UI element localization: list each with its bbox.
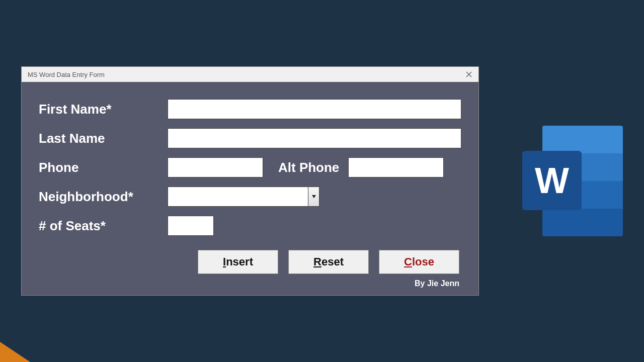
seats-input[interactable] (168, 216, 214, 236)
row-phone: Phone Alt Phone (39, 157, 461, 177)
last-name-label: Last Name (39, 131, 168, 146)
phone-input[interactable] (168, 157, 263, 177)
alt-phone-input[interactable] (348, 157, 444, 177)
insert-button[interactable]: Insert (198, 250, 278, 274)
row-seats: # of Seats* (39, 216, 461, 236)
form-body: First Name* Last Name Phone Alt Phone Ne… (22, 82, 478, 295)
first-name-input[interactable] (168, 99, 461, 119)
last-name-input[interactable] (168, 128, 461, 148)
alt-phone-label: Alt Phone (278, 160, 339, 175)
credit-text: By Jie Jenn (39, 279, 461, 288)
seats-label: # of Seats* (39, 218, 168, 234)
dialog-titlebar: MS Word Data Entry Form (22, 67, 478, 82)
neighborhood-label: Neighborhood* (39, 189, 168, 205)
row-last-name: Last Name (39, 128, 461, 148)
corner-accent (0, 342, 30, 362)
dialog-title: MS Word Data Entry Form (28, 71, 105, 78)
neighborhood-combo[interactable] (168, 187, 319, 207)
row-neighborhood: Neighborhood* (39, 187, 461, 207)
ms-word-logo: W (522, 126, 623, 236)
svg-marker-2 (312, 195, 316, 198)
row-first-name: First Name* (39, 99, 461, 119)
reset-button[interactable]: Reset (288, 250, 369, 274)
phone-label: Phone (39, 160, 168, 175)
chevron-down-icon[interactable] (308, 187, 319, 207)
word-logo-badge: W (522, 151, 582, 210)
data-entry-dialog: MS Word Data Entry Form First Name* Last… (21, 66, 479, 296)
button-row: Insert Reset Close (39, 250, 461, 274)
neighborhood-input[interactable] (168, 187, 308, 207)
close-button[interactable]: Close (379, 250, 459, 274)
first-name-label: First Name* (39, 102, 168, 117)
titlebar-close-icon[interactable] (464, 70, 473, 79)
word-logo-letter: W (535, 160, 569, 201)
